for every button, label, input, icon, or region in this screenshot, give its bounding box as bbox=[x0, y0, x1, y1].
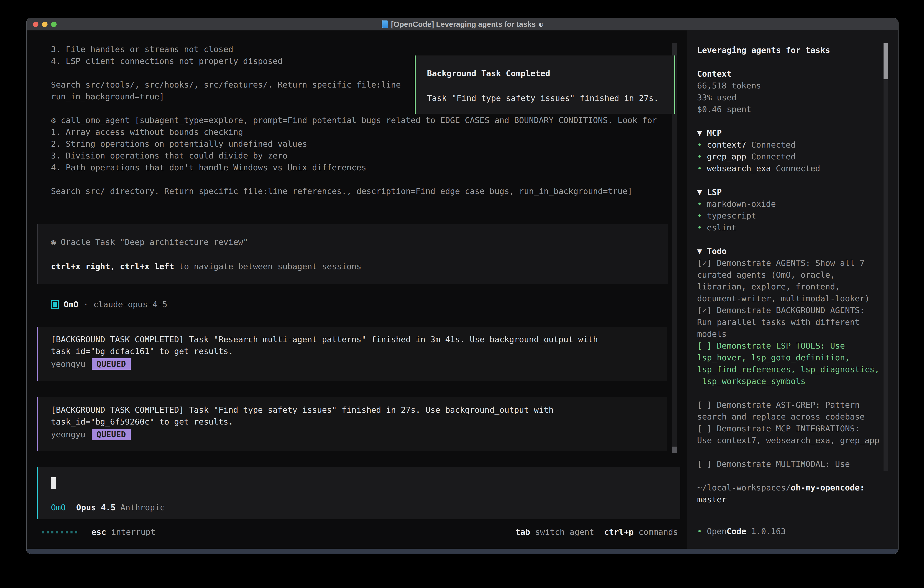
mcp-item: •context7 Connected bbox=[697, 139, 890, 151]
todo-item: [ ] Demonstrate MCP INTEGRATIONS: Use co… bbox=[697, 423, 890, 446]
input-model-name: Opus 4.5 bbox=[76, 503, 116, 512]
document-icon bbox=[382, 20, 388, 28]
ctrlp-action-label: commands bbox=[634, 527, 678, 537]
lsp-item: •typescript bbox=[697, 210, 890, 222]
mcp-section-heading[interactable]: ▼ MCP bbox=[697, 127, 890, 139]
toast-body: Task "Find type safety issues" finished … bbox=[427, 92, 674, 104]
bullet-icon: • bbox=[697, 198, 707, 210]
message-body: [BACKGROUND TASK COMPLETED] Task "Find t… bbox=[51, 404, 658, 428]
bullet-icon: • bbox=[697, 210, 707, 222]
agent-header: OmO · claude-opus-4-5 bbox=[51, 299, 167, 311]
mcp-status: Connected bbox=[746, 139, 795, 151]
title-bar: [OpenCode] Leveraging agents for tasks ◐ bbox=[26, 18, 898, 30]
tab-action-label: switch agent bbox=[530, 527, 604, 537]
version-number: 1.0.163 bbox=[746, 525, 785, 537]
statusbar-shortcut-hints: tab switch agent ctrl+p commands bbox=[515, 526, 678, 538]
mcp-name: websearch_exa bbox=[707, 163, 771, 174]
oracle-hint-shortcut: ctrl+x right, ctrl+x left bbox=[51, 262, 174, 271]
context-heading: Context bbox=[697, 68, 890, 80]
status-badge: QUEUED bbox=[92, 358, 131, 370]
window-title-group: [OpenCode] Leveraging agents for tasks ◐ bbox=[26, 18, 898, 30]
context-tokens: 66,518 tokens bbox=[697, 80, 890, 92]
message-body: [BACKGROUND TASK COMPLETED] Task "Resear… bbox=[51, 334, 658, 357]
mcp-name: grep_app bbox=[707, 151, 746, 163]
workspace-path-prefix: ~/local-workspaces/ bbox=[697, 483, 791, 492]
prompt-input[interactable]: OmOOpus 4.5Anthropic bbox=[37, 467, 680, 519]
mcp-item: •websearch_exa Connected bbox=[697, 163, 890, 174]
oracle-navigation-hint: ctrl+x right, ctrl+x left to navigate be… bbox=[51, 261, 668, 273]
chat-scrollbar-cap bbox=[672, 43, 677, 56]
todo-item: [ ] Demonstrate LSP TOOLS: Use lsp_hover… bbox=[697, 340, 890, 387]
sidebar-scrollbar[interactable] bbox=[884, 43, 888, 471]
message-author-row: yeongyu QUEUED bbox=[51, 358, 658, 370]
lsp-name: eslint bbox=[707, 222, 736, 233]
model-info-row: OmOOpus 4.5Anthropic bbox=[51, 502, 165, 514]
esc-key-label: esc bbox=[91, 527, 106, 537]
todo-section-heading[interactable]: ▼ Todo bbox=[697, 245, 890, 257]
window-footer-bar bbox=[26, 549, 898, 554]
todo-item: [ ] Demonstrate MULTIMODAL: Use bbox=[697, 458, 890, 470]
window-title: [OpenCode] Leveraging agents for tasks bbox=[391, 20, 536, 29]
oracle-hint-text: to navigate between subagent sessions bbox=[174, 262, 361, 271]
context-used: 33% used bbox=[697, 92, 890, 104]
status-badge: QUEUED bbox=[92, 429, 131, 440]
session-title: Leveraging agents for tasks bbox=[697, 45, 890, 56]
bullet-icon: • bbox=[697, 151, 707, 163]
tab-key-label: tab bbox=[515, 527, 530, 537]
message-author-row: yeongyu QUEUED bbox=[51, 429, 658, 441]
mcp-status: Connected bbox=[771, 163, 820, 174]
lsp-name: typescript bbox=[707, 210, 756, 222]
spinner-icon: ◐ bbox=[539, 20, 543, 28]
esc-action-label: interrupt bbox=[106, 527, 155, 537]
mcp-item: •grep_app Connected bbox=[697, 151, 890, 163]
activity-dots bbox=[42, 531, 77, 533]
version-name-dim: Open bbox=[707, 525, 727, 537]
statusbar-interrupt-hint: esc interrupt bbox=[91, 526, 155, 538]
background-task-message[interactable]: [BACKGROUND TASK COMPLETED] Task "Resear… bbox=[37, 327, 667, 381]
agent-separator: · bbox=[83, 299, 88, 311]
app-window: [OpenCode] Leveraging agents for tasks ◐… bbox=[26, 18, 899, 554]
workspace-branch: master bbox=[697, 494, 890, 505]
sidebar-scrollbar-thumb[interactable] bbox=[884, 43, 888, 79]
agent-icon bbox=[51, 300, 59, 309]
bullet-icon: • bbox=[697, 163, 707, 174]
todo-item: [ ] Demonstrate AST-GREP: Pattern search… bbox=[697, 399, 890, 423]
input-model-provider: Anthropic bbox=[120, 503, 165, 512]
message-author: yeongyu bbox=[51, 429, 86, 441]
mcp-name: context7 bbox=[707, 139, 746, 151]
bullet-icon: • bbox=[697, 525, 707, 537]
agent-name: OmO bbox=[64, 299, 78, 311]
bullet-icon: • bbox=[697, 139, 707, 151]
lsp-name: markdown-oxide bbox=[707, 198, 776, 210]
agent-model: claude-opus-4-5 bbox=[94, 299, 167, 311]
chat-scrollbar-thumb[interactable] bbox=[672, 447, 677, 453]
input-agent-name: OmO bbox=[51, 503, 66, 512]
background-task-message[interactable]: [BACKGROUND TASK COMPLETED] Task "Find t… bbox=[37, 397, 667, 451]
todo-item: [✓] Demonstrate BACKGROUND AGENTS: Run p… bbox=[697, 304, 890, 340]
context-spent: $0.46 spent bbox=[697, 104, 890, 115]
session-sidebar: Leveraging agents for tasks Context 66,5… bbox=[687, 30, 899, 549]
bullet-icon: • bbox=[697, 222, 707, 233]
workspace-path: ~/local-workspaces/oh-my-opencode: bbox=[697, 482, 890, 494]
text-cursor bbox=[51, 477, 56, 489]
mcp-status: Connected bbox=[746, 151, 795, 163]
toast-title: Background Task Completed bbox=[427, 68, 674, 79]
lsp-item: •eslint bbox=[697, 222, 890, 233]
oracle-task-title: ◉ Oracle Task "Deep architecture review" bbox=[51, 236, 668, 248]
lsp-section-heading[interactable]: ▼ LSP bbox=[697, 186, 890, 198]
todo-item: [✓] Demonstrate AGENTS: Show all 7 curat… bbox=[697, 257, 890, 304]
workspace-repo: oh-my-opencode: bbox=[791, 483, 865, 492]
version-name-bold: Code bbox=[727, 525, 746, 537]
lsp-item: •markdown-oxide bbox=[697, 198, 890, 210]
background-task-toast[interactable]: Background Task Completed Task "Find typ… bbox=[415, 56, 675, 114]
message-author: yeongyu bbox=[51, 358, 86, 370]
ctrlp-key-label: ctrl+p bbox=[604, 527, 634, 537]
version-row: •OpenCode 1.0.163 bbox=[697, 525, 786, 537]
oracle-task-panel[interactable]: ◉ Oracle Task "Deep architecture review"… bbox=[37, 224, 668, 284]
todo-list: [✓] Demonstrate AGENTS: Show all 7 curat… bbox=[697, 257, 890, 470]
